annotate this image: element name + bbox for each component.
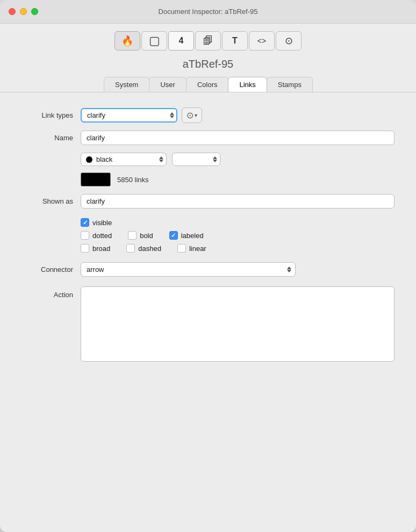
checkbox-group-2: broad dashed linear: [81, 244, 395, 253]
window-title: Document Inspector: aTbRef-95: [159, 8, 258, 16]
dotted-checkbox[interactable]: [81, 231, 89, 240]
content-area: Link types clarify ⊙ ▾ Name: [0, 102, 416, 532]
labeled-item[interactable]: labeled: [169, 231, 204, 240]
tab-user[interactable]: User: [149, 77, 186, 92]
connector-select[interactable]: arrow: [81, 262, 296, 277]
secondary-select-wrapper: [172, 153, 220, 166]
link-types-select[interactable]: clarify: [81, 108, 177, 123]
broad-checkbox[interactable]: [81, 244, 89, 253]
chevron-down-icon: ▾: [195, 112, 197, 118]
minimize-button[interactable]: [20, 8, 27, 15]
linear-label: linear: [189, 245, 206, 253]
document-tool-button[interactable]: 🗐: [195, 31, 221, 51]
secondary-color-select[interactable]: [172, 153, 220, 166]
connector-label: Connector: [21, 265, 81, 274]
checkbox-group-1: dotted bold labeled: [81, 231, 395, 240]
document-name: aTbRef-95: [0, 56, 416, 77]
shown-as-input[interactable]: [81, 194, 395, 209]
color-select-wrapper: black: [81, 153, 167, 166]
checkboxes-section: visible dotted bold labeled: [81, 218, 395, 253]
action-row: Action: [21, 286, 395, 362]
name-input[interactable]: [81, 131, 395, 145]
action-label: Action: [21, 286, 81, 299]
action-textarea[interactable]: [81, 286, 395, 362]
color-row: black: [81, 153, 395, 166]
color-swatch: [81, 172, 111, 186]
tab-system[interactable]: System: [104, 77, 149, 92]
connector-row: Connector arrow: [21, 262, 395, 277]
link-types-label: Link types: [21, 111, 81, 119]
traffic-lights: [9, 8, 38, 15]
text-tool-button[interactable]: T: [222, 31, 248, 51]
bold-checkbox[interactable]: [128, 231, 137, 240]
shown-as-row: Shown as: [21, 194, 395, 209]
action-menu-button[interactable]: ⊙ ▾: [182, 107, 202, 123]
toolbar: 🔥 ▢ 4 🗐 T <> ⊙: [0, 24, 416, 56]
name-row: Name: [21, 131, 395, 145]
visible-label: visible: [92, 219, 112, 227]
broad-item[interactable]: broad: [81, 244, 110, 253]
name-label: Name: [21, 134, 81, 142]
broad-label: broad: [92, 245, 110, 253]
zoom-button[interactable]: [31, 8, 38, 15]
tabs-bar: System User Colors Links Stamps: [0, 77, 416, 92]
action-icon: ⊙: [187, 110, 193, 120]
dashed-item[interactable]: dashed: [126, 244, 161, 253]
labeled-checkbox[interactable]: [169, 231, 178, 240]
bold-item[interactable]: bold: [128, 231, 153, 240]
more-tool-button[interactable]: ⊙: [276, 31, 302, 51]
number-tool-button[interactable]: 4: [168, 31, 194, 51]
shown-as-label: Shown as: [21, 197, 81, 205]
fire-tool-button[interactable]: 🔥: [114, 31, 140, 51]
links-count-row: 5850 links: [81, 172, 395, 186]
close-button[interactable]: [9, 8, 16, 15]
connector-select-wrapper: arrow: [81, 262, 296, 277]
main-window: Document Inspector: aTbRef-95 🔥 ▢ 4 🗐 T …: [0, 0, 416, 532]
linear-item[interactable]: linear: [177, 244, 206, 253]
dotted-item[interactable]: dotted: [81, 231, 112, 240]
dashed-label: dashed: [138, 245, 161, 253]
visible-row: visible: [81, 218, 395, 227]
links-count-text: 5850 links: [117, 176, 149, 184]
tab-links[interactable]: Links: [228, 77, 267, 92]
code-tool-button[interactable]: <>: [249, 31, 275, 51]
dotted-label: dotted: [92, 232, 112, 240]
link-types-select-wrapper: clarify: [81, 108, 177, 123]
visible-checkbox[interactable]: [81, 218, 89, 227]
color-select[interactable]: black: [81, 153, 167, 166]
link-types-row: Link types clarify ⊙ ▾: [21, 107, 395, 123]
tab-stamps[interactable]: Stamps: [267, 77, 313, 92]
shape-tool-button[interactable]: ▢: [141, 31, 167, 51]
bold-label: bold: [140, 232, 153, 240]
linear-checkbox[interactable]: [177, 244, 186, 253]
labeled-label: labeled: [181, 232, 204, 240]
dashed-checkbox[interactable]: [126, 244, 135, 253]
titlebar: Document Inspector: aTbRef-95: [0, 0, 416, 24]
tab-colors[interactable]: Colors: [186, 77, 229, 92]
